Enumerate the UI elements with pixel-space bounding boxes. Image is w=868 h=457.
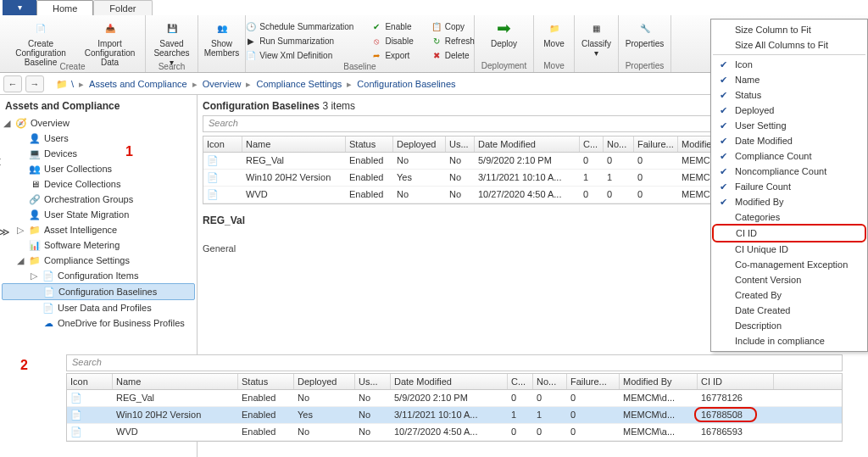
grid-icon: ▦ (587, 18, 607, 38)
ctx-col-modified-by[interactable]: ✔Modified By (713, 194, 865, 209)
table-row[interactable]: 📄Win10 20H2 VersionEnabledYesNo3/11/2021… (67, 407, 842, 424)
ctx-size-all[interactable]: Size All Columns to Fit (713, 37, 865, 53)
ctx-col-ci-unique-id[interactable]: CI Unique ID (713, 242, 865, 257)
check-icon (716, 259, 730, 270)
ribbon-group-props: Properties (619, 60, 670, 72)
deploy-button[interactable]: ➡ Deploy (486, 17, 523, 49)
col-header[interactable]: No... (533, 374, 567, 389)
nav-fwd-button[interactable]: → (25, 75, 44, 92)
col-header[interactable]: Status (238, 374, 294, 389)
tree-orchestration[interactable]: 🔗Orchestration Groups (2, 192, 195, 207)
table-row[interactable]: 📄REG_ValEnabledNoNo5/9/2020 2:10 PM000ME… (67, 390, 842, 407)
col-header[interactable]: Name (242, 137, 346, 152)
col-header[interactable]: Failure... (634, 137, 678, 152)
search-input-2[interactable]: Search (66, 354, 843, 371)
baseline-row-icon: 📄 (70, 393, 82, 403)
ctx-col-created-by[interactable]: Created By (713, 287, 865, 303)
export-icon: ➦ (370, 49, 382, 61)
copy-button[interactable]: 📋Copy (429, 20, 466, 33)
col-header[interactable]: Icon (203, 137, 242, 152)
file-dropdown[interactable]: ▾ (3, 0, 36, 15)
ctx-col-date-modified[interactable]: ✔Date Modified (713, 133, 865, 148)
folder-icon: 📁 (29, 224, 41, 236)
col-header[interactable]: Date Modified (475, 137, 580, 152)
ctx-col-categories[interactable]: Categories (713, 209, 865, 225)
tree-config-baselines[interactable]: 📄Configuration Baselines (2, 283, 195, 300)
tree-compliance[interactable]: ◢📁Compliance Settings (2, 253, 195, 268)
refresh-icon: ↻ (431, 35, 442, 47)
ctx-col-co-management-exception[interactable]: Co-management Exception (713, 257, 865, 272)
ribbon-group-move: Move (534, 60, 574, 72)
schedule-summ-button[interactable]: 🕒Schedule Summarization (243, 20, 355, 33)
col-header[interactable]: Icon (67, 374, 113, 389)
col-header[interactable]: CI ID (698, 374, 774, 389)
export-button[interactable]: ➦Export (369, 48, 411, 62)
col-header[interactable]: Failure... (567, 374, 620, 389)
ctx-col-description[interactable]: Description (713, 318, 865, 333)
tree-overview[interactable]: ◢🧭Overview (2, 115, 195, 131)
tree-config-items[interactable]: ▷📄Configuration Items (2, 268, 195, 283)
delete-button[interactable]: ✖Delete (429, 48, 471, 62)
tree-user-collections[interactable]: 👥User Collections (2, 161, 195, 176)
import-icon: 📥 (100, 18, 120, 38)
col-header[interactable]: Deployed (393, 137, 446, 152)
ctx-col-name[interactable]: ✔Name (713, 72, 865, 87)
tree-device-collections[interactable]: 🖥Device Collections (2, 176, 195, 192)
col-header[interactable]: Modified By (620, 374, 698, 389)
folder-icon: 📁 (29, 254, 41, 266)
check-icon: ✔ (716, 196, 730, 208)
col-header[interactable]: C... (508, 374, 533, 389)
col-header[interactable]: C... (580, 137, 604, 152)
ctx-col-content-version[interactable]: Content Version (713, 272, 865, 287)
import-config-button[interactable]: 📥 Import Configuration Data (80, 17, 140, 68)
tab-folder[interactable]: Folder (93, 0, 152, 15)
tree-users[interactable]: 👤Users (2, 131, 195, 146)
baselines-grid-2[interactable]: IconNameStatusDeployedUs...Date Modified… (66, 373, 843, 442)
ctx-size-fit[interactable]: Size Column to Fit (713, 22, 865, 37)
ctx-col-date-created[interactable]: Date Created (713, 303, 865, 318)
ctx-col-user-setting[interactable]: ✔User Setting (713, 118, 865, 133)
column-context-menu[interactable]: Size Column to Fit Size All Columns to F… (710, 19, 868, 352)
col-header[interactable]: Deployed (294, 374, 355, 389)
col-header[interactable]: No... (604, 137, 634, 152)
col-header[interactable]: Date Modified (391, 374, 508, 389)
device-coll-icon: 🖥 (29, 178, 41, 190)
disable-button[interactable]: ⦸Disable (369, 34, 415, 47)
classify-button[interactable]: ▦ Classify ▾ (578, 17, 615, 59)
table-row[interactable]: 📄WVDEnabledNoNo10/27/2020 4:50 A...000ME… (67, 424, 842, 441)
breadcrumb[interactable]: \▸ Assets and Compliance▸ Overview▸ Comp… (71, 79, 456, 90)
tree-user-data-profiles[interactable]: 📄User Data and Profiles (2, 300, 195, 315)
ctx-col-failure-count[interactable]: ✔Failure Count (713, 179, 865, 194)
run-summ-button[interactable]: ▶Run Summarization (243, 34, 336, 47)
create-baseline-button[interactable]: 📄 Create Configuration Baseline (5, 17, 76, 68)
tab-home[interactable]: Home (36, 0, 93, 15)
saved-searches-button[interactable]: 💾 Saved Searches ▾ (150, 17, 192, 68)
col-header[interactable]: Us... (446, 137, 475, 152)
enable-button[interactable]: ✔Enable (369, 20, 413, 33)
baseline-icon: 📄 (31, 18, 51, 38)
tree-user-state[interactable]: 👤User State Migration (2, 207, 195, 222)
tree-onedrive-profiles[interactable]: ☁OneDrive for Business Profiles (2, 315, 195, 331)
baseline-row-icon: 📄 (207, 172, 219, 182)
nav-back-button[interactable]: ← (3, 75, 22, 92)
view-xml-button[interactable]: 📄View Xml Definition (243, 48, 334, 62)
properties-button[interactable]: 🔧 Properties (622, 17, 668, 49)
ctx-col-status[interactable]: ✔Status (713, 87, 865, 103)
col-header[interactable]: Us... (355, 374, 391, 389)
refresh-button[interactable]: ↻Refresh (429, 34, 476, 47)
move-button[interactable]: 📁 Move (536, 17, 573, 49)
ctx-col-ci-id[interactable]: CI ID (712, 224, 866, 242)
baseline-row-icon: 📄 (70, 410, 82, 420)
ctx-col-include-in-compliance[interactable]: Include in compliance (713, 333, 865, 348)
ctx-col-deployed[interactable]: ✔Deployed (713, 103, 865, 118)
tree-software-metering[interactable]: 📊Software Metering (2, 237, 195, 253)
ctx-col-noncompliance-count[interactable]: ✔Noncompliance Count (713, 164, 865, 179)
tree-asset-intel[interactable]: ▷📁Asset Intelligence (2, 222, 195, 237)
detail-general[interactable]: General (203, 243, 236, 254)
col-header[interactable]: Name (113, 374, 238, 389)
ctx-col-icon[interactable]: ✔Icon (713, 57, 865, 72)
col-header[interactable]: Status (346, 137, 393, 152)
check-icon: ✔ (716, 135, 730, 147)
tree-devices[interactable]: 💻Devices (2, 146, 195, 161)
ctx-col-compliance-count[interactable]: ✔Compliance Count (713, 148, 865, 164)
